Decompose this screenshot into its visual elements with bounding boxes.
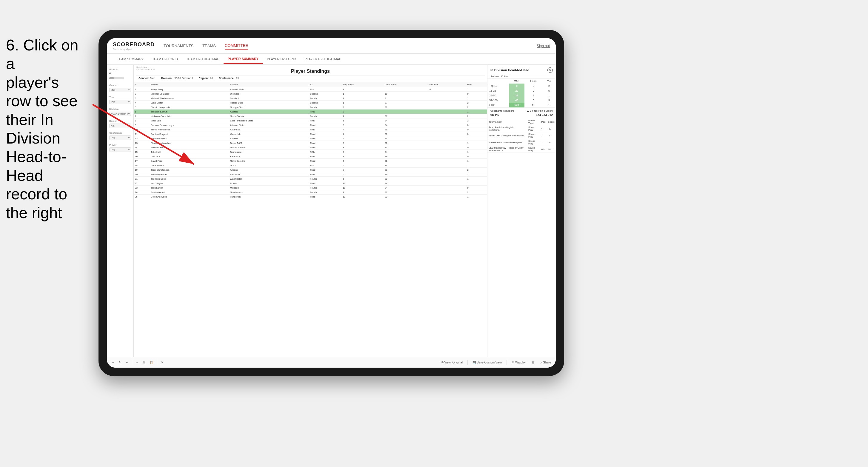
cell-win: 1 [466, 159, 487, 163]
sub-nav-player-summary[interactable]: PLAYER SUMMARY [223, 55, 263, 64]
sub-nav-player-h2h-grid[interactable]: PLAYER H2H GRID [263, 55, 300, 63]
nav-committee[interactable]: COMMITTEE [225, 42, 248, 50]
cell-rds [428, 168, 466, 172]
cell-yr: First [309, 110, 341, 114]
copy-button[interactable]: ⧉ [142, 360, 146, 365]
watch-label: Watch [515, 361, 524, 364]
forward-button[interactable]: ↪ [125, 360, 129, 365]
share-button[interactable]: ↗ Share [539, 360, 552, 365]
h2h-tie: 1 [542, 93, 556, 98]
cell-conf: 24 [383, 119, 428, 123]
table-row[interactable]: 1 Wenyi Ding Arizona State First 1 8 1 [134, 87, 487, 92]
filter-gender: Gender: Men [138, 77, 155, 80]
tournament-row[interactable]: SEC Match Play Hosted by Jerry Pate Roun… [488, 146, 556, 153]
scroll-indicator[interactable] [109, 77, 124, 79]
share-label: Share [543, 361, 551, 364]
cell-yr: Fourth [309, 96, 341, 100]
cell-reg: 6 [341, 172, 383, 177]
tournament-row[interactable]: Amer Am Intercollegiate Invitational Str… [488, 125, 556, 132]
cell-win: 1 [466, 181, 487, 186]
nav-tournaments[interactable]: TOURNAMENTS [163, 42, 193, 49]
table-row[interactable]: 23 Jack Lundin Missouri Fourth 11 24 0 [134, 186, 487, 190]
cell-reg: 5 [341, 159, 383, 163]
gender-control[interactable]: Men ▾ [109, 88, 131, 92]
h2h-col-range [488, 79, 509, 84]
cell-conf: 27 [383, 100, 428, 105]
sub-nav-team-summary[interactable]: TEAM SUMMARY [113, 55, 148, 63]
h2h-range: 26-50 [488, 93, 509, 98]
cell-rds [428, 114, 466, 119]
filter-region-value: All [210, 77, 213, 80]
col-reg-rank: Reg Rank [341, 82, 383, 87]
cell-num: 24 [134, 190, 150, 194]
refresh-button[interactable]: ⟳ [160, 360, 164, 365]
cell-rds [428, 123, 466, 127]
cell-reg: 11 [341, 186, 383, 190]
cell-yr: Fifth [309, 119, 341, 123]
redo-button[interactable]: ↻ [118, 360, 122, 365]
col-win: Win [466, 82, 487, 87]
cell-yr: Fourth [309, 105, 341, 110]
cell-reg: 2 [341, 136, 383, 141]
opponents-pct: 98.1% [490, 114, 499, 117]
h2h-range: 11-25 [488, 88, 509, 93]
nav-teams[interactable]: TEAMS [203, 42, 216, 49]
cell-win: 2 [466, 172, 487, 177]
h2h-win: 20 [509, 88, 525, 93]
cell-conf: 25 [383, 127, 428, 132]
cell-conf [383, 87, 428, 92]
h2h-loss: 4 [524, 93, 542, 98]
cell-yr: Fourth [309, 114, 341, 119]
filter-gender-label: Gender: [138, 77, 149, 80]
t-name: Mirabel Maui Jim Intercollegiate [488, 139, 527, 146]
cell-rds [428, 190, 466, 194]
close-button[interactable]: ✕ [548, 67, 553, 73]
t-col-score: Score [547, 119, 556, 125]
cell-win: 0 [466, 145, 487, 150]
sub-nav-team-h2h-grid[interactable]: TEAM H2H GRID [148, 55, 182, 63]
h2h-row: 51-100 46 6 3 [488, 98, 556, 103]
tournament-row[interactable]: Fallen Oak Collegiate Invitational Strok… [488, 132, 556, 139]
watch-button[interactable]: 👁 Watch ▾ [510, 360, 527, 365]
view-original-button[interactable]: 👁 View: Original [440, 360, 464, 365]
h2h-win: 8 [509, 84, 525, 88]
cell-conf: 30 [383, 141, 428, 145]
col-num: # [134, 82, 150, 87]
opponents-record: 674 - 33 - 12 [536, 114, 553, 117]
sign-out-link[interactable]: Sign out [537, 44, 550, 48]
tournament-row[interactable]: Mirabel Maui Jim Intercollegiate Stroke … [488, 139, 556, 146]
table-row[interactable]: 24 Bastien Amat New Mexico Fourth 1 27 2 [134, 190, 487, 194]
nav-right: Sign out [537, 44, 550, 48]
cell-conf: 21 [383, 105, 428, 110]
h2h-row: 26-50 22 4 1 [488, 93, 556, 98]
cell-win: 0 [466, 127, 487, 132]
cell-school: Kentucky [229, 154, 309, 159]
paste-button[interactable]: 📋 [149, 360, 155, 365]
cell-yr: Third [309, 145, 341, 150]
h2h-row: 11-25 20 9 5 [488, 88, 556, 93]
cell-rds [428, 163, 466, 168]
cell-yr: Fifth [309, 150, 341, 154]
scissors-button[interactable]: ✂ [135, 360, 140, 365]
cell-reg: 6 [341, 141, 383, 145]
cell-school: North Florida [229, 114, 309, 119]
t-pos: 2 [540, 139, 547, 146]
cell-reg: 3 [341, 123, 383, 127]
table-row[interactable]: 21 Taehoon Song Washington Fourth 6 23 1 [134, 177, 487, 181]
cell-school: Florida [229, 181, 309, 186]
separator-3 [467, 360, 468, 365]
layout-button[interactable]: ⊞ [530, 360, 535, 365]
table-row[interactable]: 22 Ian Gilligan Florida Third 10 24 1 [134, 181, 487, 186]
t-pos: 4 [540, 125, 547, 132]
table-row[interactable]: 25 Cole Sherwood Vanderbilt Third 12 23 … [134, 194, 487, 199]
save-custom-button[interactable]: 💾 Save Custom View [471, 360, 503, 365]
sub-nav-team-h2h-heatmap[interactable]: TEAM H2H HEATMAP [182, 55, 223, 63]
h2h-col-win: Win [509, 79, 525, 84]
cell-conf: 21 [383, 132, 428, 136]
undo-button[interactable]: ↩ [111, 360, 115, 365]
opponents-label: Opponents in division: [490, 110, 514, 112]
sub-nav-player-h2h-heatmap[interactable]: PLAYER H2H HEATMAP [300, 55, 345, 63]
cell-school: Arizona State [229, 123, 309, 127]
cell-conf: 24 [383, 186, 428, 190]
h2h-range: Top 10 [488, 84, 509, 88]
